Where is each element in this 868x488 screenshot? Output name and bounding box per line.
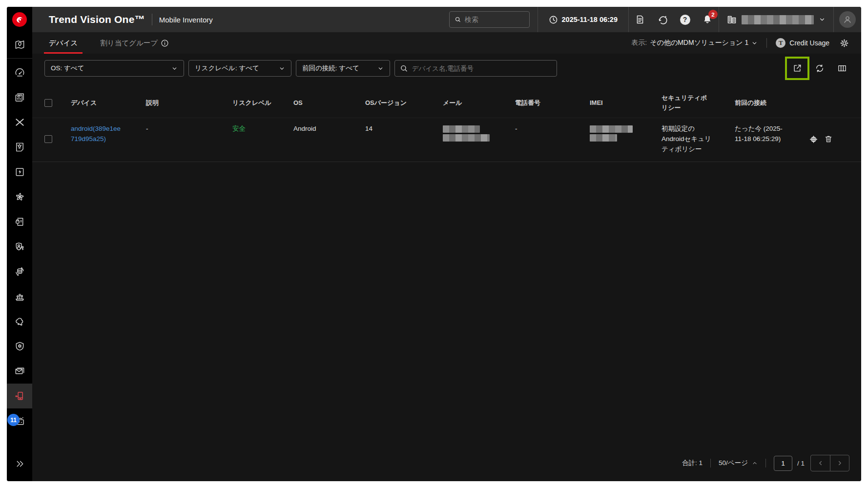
column-settings-button[interactable] [835, 61, 849, 76]
col-header-imei[interactable]: IMEI [590, 98, 661, 108]
report-chart-icon [14, 92, 25, 103]
sidebar-item-threat-insights[interactable] [7, 135, 32, 160]
shield-gear-icon [14, 341, 25, 352]
sidebar-item-cloud-security[interactable] [7, 309, 32, 334]
select-all-checkbox[interactable] [44, 99, 52, 107]
col-header-os[interactable]: OS [293, 98, 365, 108]
col-header-description[interactable]: 説明 [146, 98, 232, 108]
sidebar-item-endpoint-security[interactable] [7, 334, 32, 359]
risk-level-value: 安全 [232, 125, 246, 132]
previous-page-button[interactable] [811, 455, 830, 471]
top-bar: Trend Vision One™ Mobile Inventory 2025-… [32, 7, 861, 32]
cloud-link-icon [14, 316, 25, 327]
security-policy-value: 初期設定のAndroidセキュリティポリシー [661, 124, 712, 155]
redacted-email-line [443, 125, 480, 133]
col-header-os-version[interactable]: OSバージョン [365, 98, 443, 108]
redacted-imei-line [590, 125, 633, 133]
user-menu-button[interactable] [834, 7, 861, 32]
sidebar-expand-button[interactable] [7, 451, 32, 476]
search-icon [455, 16, 461, 23]
sidebar-item-identity-security[interactable] [7, 234, 32, 259]
shield-user-icon [14, 241, 25, 252]
device-search-input[interactable] [412, 65, 552, 72]
sidebar-item-data-security[interactable] [7, 259, 32, 284]
gauge-icon [14, 67, 25, 78]
device-os: Android [293, 124, 365, 134]
person-icon [842, 14, 853, 25]
device-description: - [146, 124, 232, 134]
sidebar-item-network-security[interactable] [7, 284, 32, 309]
tab-bar: デバイス 割り当てグループ 表示: その他のMDMソリューション 1 T Cre… [32, 32, 861, 54]
envelope-icon [14, 366, 25, 377]
global-search[interactable] [449, 11, 530, 28]
page-total: / 1 [797, 460, 805, 467]
view-label: 表示: [631, 39, 647, 47]
refresh-button[interactable] [812, 61, 827, 76]
columns-icon [837, 63, 847, 73]
refresh-icon [815, 63, 825, 73]
datetime-display[interactable]: 2025-11-18 06:29 [538, 15, 629, 24]
table-toolbar-icons [790, 61, 849, 76]
gear-icon [839, 38, 849, 48]
risk-level-filter-dropdown[interactable]: リスクレベル: すべて [188, 60, 291, 77]
tab-assigned-groups[interactable]: 割り当てグループ [95, 32, 174, 54]
chevron-down-icon [377, 65, 384, 72]
trend-micro-logo[interactable] [7, 7, 32, 32]
tm-swirl-icon [15, 15, 24, 24]
credit-usage-button[interactable]: T Credit Usage [776, 38, 829, 48]
sidebar-item-service-management[interactable]: 11 [7, 408, 32, 433]
release-notes-button[interactable] [629, 7, 651, 32]
app-window: 11 Trend Vision One™ Mobile Inventory 20… [7, 7, 861, 481]
col-header-risk-level[interactable]: リスクレベル [232, 98, 293, 108]
sidebar-item-ai-companion[interactable] [7, 184, 32, 209]
sidebar-item-mobile-security-active[interactable] [7, 384, 32, 408]
next-page-button[interactable] [830, 455, 849, 471]
device-search[interactable] [394, 60, 557, 77]
locate-globe-icon[interactable] [809, 135, 818, 144]
export-button[interactable] [790, 61, 805, 76]
doc-lightbulb-icon [14, 142, 25, 153]
total-count: 合計: 1 [682, 459, 703, 468]
page-size-selector[interactable]: 50/ページ [719, 459, 758, 468]
global-search-input[interactable] [465, 16, 524, 23]
avatar [839, 11, 856, 28]
device-os-version: 14 [365, 124, 443, 134]
chevron-up-icon [752, 460, 758, 466]
guided-tour-button[interactable] [651, 7, 674, 32]
swoosh-arrow-icon [658, 15, 668, 25]
chevron-right-icon [836, 460, 843, 467]
double-chevron-right-icon [14, 458, 25, 469]
row-checkbox[interactable] [44, 135, 52, 143]
delete-trash-icon[interactable] [824, 135, 833, 143]
sidebar-item-dashboard[interactable] [7, 60, 32, 85]
module-title: Mobile Inventory [159, 16, 213, 24]
last-connection-filter-dropdown[interactable]: 前回の接続: すべて [296, 60, 390, 77]
clock-icon [549, 15, 558, 24]
tab-devices[interactable]: デバイス [44, 32, 83, 54]
settings-button[interactable] [839, 38, 849, 48]
view-selector[interactable]: 表示: その他のMDMソリューション 1 [631, 39, 758, 47]
col-header-last-connection[interactable]: 前回の接続 [735, 98, 809, 108]
col-header-phone[interactable]: 電話番号 [515, 98, 590, 108]
sidebar-item-email-security[interactable] [7, 359, 32, 384]
sidebar-item-workbench[interactable] [7, 110, 32, 135]
sidebar-item-policies[interactable] [7, 209, 32, 234]
chevron-down-icon [171, 65, 178, 72]
help-button[interactable]: ? [674, 7, 696, 32]
os-filter-dropdown[interactable]: OS: すべて [44, 60, 184, 77]
sidebar-item-automation[interactable] [7, 160, 32, 184]
chevron-left-icon [817, 460, 824, 467]
last-connection-value: たった今 (2025-11-18 06:25:29) [735, 124, 785, 144]
title-divider [152, 14, 152, 25]
trend-micro-logo-icon [12, 12, 27, 27]
col-header-email[interactable]: メール [443, 98, 515, 108]
sidebar-item-reports[interactable] [7, 85, 32, 110]
device-phone: - [515, 124, 590, 134]
col-header-security-policy[interactable]: セキュリティポリシー [661, 93, 725, 112]
sidebar-item-attack-surface-map[interactable] [7, 32, 32, 57]
notifications-button[interactable]: 2 [696, 7, 719, 32]
device-name-link[interactable]: android(389e1ee719d95a25) [71, 124, 123, 144]
page-number-input[interactable] [774, 456, 792, 471]
company-selector[interactable] [719, 15, 833, 24]
col-header-device[interactable]: デバイス [71, 98, 146, 108]
